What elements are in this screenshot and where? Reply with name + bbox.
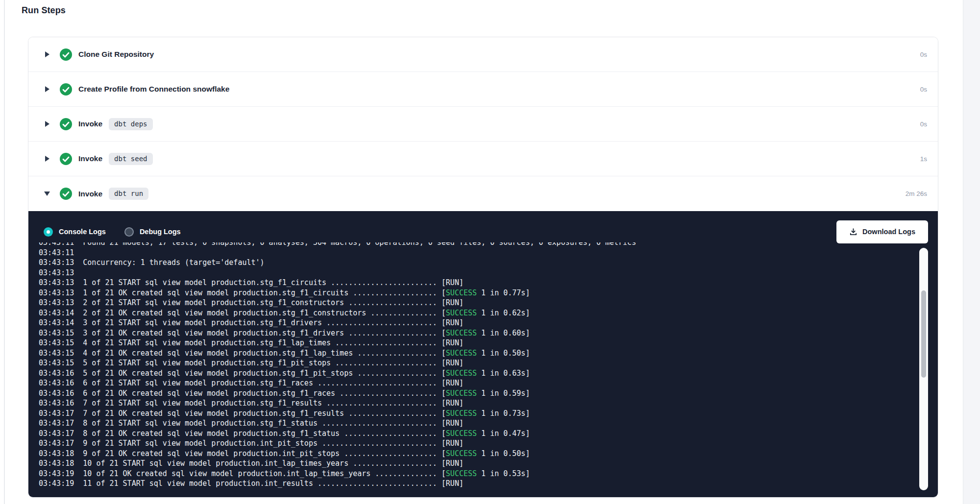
log-line: 03:43:18 10 of 21 START sql view model p… (39, 458, 864, 469)
log-timestamp: 03:43:11 (39, 248, 74, 257)
radio-console-logs-label: Console Logs (59, 228, 106, 236)
log-line: 03:43:15 4 of 21 OK created sql view mod… (39, 348, 864, 359)
radio-console-logs[interactable]: Console Logs (44, 227, 106, 237)
step-duration: 2m 26s (906, 190, 927, 197)
log-timestamp: 03:43:19 (39, 469, 74, 478)
download-icon (849, 228, 858, 236)
log-line: 03:43:11 (39, 248, 864, 258)
log-line: 03:43:16 6 of 21 OK created sql view mod… (39, 388, 864, 399)
log-timestamp: 03:43:14 (39, 309, 74, 317)
log-message: 1 of 21 START sql view model production.… (74, 278, 437, 287)
chevron-right-icon[interactable] (44, 51, 50, 57)
log-message: 6 of 21 START sql view model production.… (74, 379, 437, 387)
radio-debug-logs[interactable]: Debug Logs (124, 227, 181, 237)
success-check-icon (60, 153, 72, 165)
step-list: Clone Git Repository0sCreate Profile fro… (28, 37, 938, 211)
right-gutter (963, 0, 980, 504)
step-row-clone-git-repository[interactable]: Clone Git Repository0s (28, 37, 938, 72)
chevron-right-icon[interactable] (44, 156, 50, 162)
log-status-success: SUCCESS (446, 429, 477, 438)
log-status-success: SUCCESS (446, 329, 477, 337)
log-timestamp: 03:43:16 (39, 389, 74, 398)
log-timestamp: 03:43:11 (39, 242, 74, 247)
log-message: 5 of 21 OK created sql view model produc… (74, 369, 437, 378)
log-status-success: SUCCESS (446, 288, 477, 297)
log-line: 03:43:17 8 of 21 START sql view model pr… (39, 418, 864, 429)
log-timestamp: 03:43:16 (39, 369, 74, 378)
log-timestamp: 03:43:15 (39, 349, 74, 358)
log-line: 03:43:15 5 of 21 START sql view model pr… (39, 358, 864, 368)
radio-debug-logs-label: Debug Logs (140, 228, 181, 236)
log-line: 03:43:17 8 of 21 OK created sql view mod… (39, 429, 864, 439)
log-message: 6 of 21 OK created sql view model produc… (74, 389, 437, 398)
log-timestamp: 03:43:17 (39, 409, 74, 418)
chevron-right-icon[interactable] (44, 86, 50, 92)
log-status-run: [RUN] (437, 459, 464, 468)
log-status-run: [RUN] (437, 359, 464, 367)
success-check-icon (60, 83, 72, 96)
log-status-run: [RUN] (437, 379, 464, 387)
log-status-success: SUCCESS (446, 449, 477, 458)
log-status-run: [RUN] (437, 439, 464, 448)
log-line: 03:43:13 Concurrency: 1 threads (target=… (39, 258, 864, 268)
radio-selected-icon (44, 227, 53, 237)
step-title: Invoke (78, 190, 102, 198)
log-lines: 03:43:11 Found 21 models, 17 tests, 0 sn… (39, 242, 864, 489)
log-timestamp: 03:43:13 (39, 298, 74, 307)
console-panel: Console Logs Debug Logs Download Logs 03… (28, 211, 938, 497)
log-timestamp: 03:43:18 (39, 459, 74, 468)
log-timestamp: 03:43:13 (39, 258, 74, 267)
log-line: 03:43:11 Found 21 models, 17 tests, 0 sn… (39, 242, 864, 248)
log-scrollbar-track[interactable] (919, 248, 928, 490)
log-line: 03:43:17 7 of 21 OK created sql view mod… (39, 408, 864, 419)
log-line: 03:43:16 7 of 21 START sql view model pr… (39, 398, 864, 408)
log-status-run: [RUN] (437, 399, 464, 408)
log-status-run: [RUN] (437, 338, 464, 347)
log-message: 11 of 21 START sql view model production… (74, 479, 437, 488)
log-line: 03:43:17 9 of 21 START sql view model pr… (39, 438, 864, 449)
log-message: 2 of 21 OK created sql view model produc… (74, 309, 437, 317)
success-check-icon (60, 188, 72, 200)
log-message: 8 of 21 START sql view model production.… (74, 419, 437, 428)
success-check-icon (60, 118, 72, 130)
log-status-success: SUCCESS (446, 369, 477, 378)
log-timestamp: 03:43:15 (39, 329, 74, 337)
log-status-run: [RUN] (437, 278, 464, 287)
log-timestamp: 03:43:16 (39, 399, 74, 408)
log-timestamp: 03:43:19 (39, 479, 74, 488)
step-duration: 0s (920, 51, 927, 58)
step-row-invoke-dbt-run[interactable]: Invokedbt run2m 26s (28, 176, 938, 211)
radio-unselected-icon (124, 227, 134, 237)
log-status-success: SUCCESS (446, 309, 477, 317)
log-line: 03:43:13 2 of 21 START sql view model pr… (39, 298, 864, 308)
log-message: 1 of 21 OK created sql view model produc… (74, 288, 437, 297)
log-message: 8 of 21 OK created sql view model produc… (74, 429, 437, 438)
log-message: 7 of 21 OK created sql view model produc… (74, 409, 437, 418)
command-badge: dbt seed (109, 153, 152, 165)
step-row-invoke-dbt-deps[interactable]: Invokedbt deps0s (28, 107, 938, 142)
command-badge: dbt run (109, 188, 148, 200)
log-line: 03:43:13 1 of 21 OK created sql view mod… (39, 288, 864, 298)
step-row-invoke-dbt-seed[interactable]: Invokedbt seed1s (28, 142, 938, 176)
log-line: 03:43:19 10 of 21 OK created sql view mo… (39, 469, 864, 479)
step-title: Invoke (78, 120, 102, 128)
log-status-run: [RUN] (437, 318, 464, 327)
step-title: Invoke (78, 154, 102, 163)
log-message: 9 of 21 START sql view model production.… (74, 439, 437, 448)
log-scrollbar-thumb[interactable] (921, 290, 926, 378)
chevron-down-icon[interactable] (44, 192, 50, 196)
log-message: 10 of 21 OK created sql view model produ… (74, 469, 437, 478)
log-message: 10 of 21 START sql view model production… (74, 459, 437, 468)
log-message: 2 of 21 START sql view model production.… (74, 298, 437, 307)
log-message: Found 21 models, 17 tests, 0 snapshots, … (74, 242, 636, 247)
log-timestamp: 03:43:18 (39, 449, 74, 458)
log-line: 03:43:16 6 of 21 START sql view model pr… (39, 378, 864, 388)
log-line: 03:43:13 (39, 268, 864, 278)
log-line: 03:43:16 5 of 21 OK created sql view mod… (39, 368, 864, 379)
log-status-success: SUCCESS (446, 409, 477, 418)
step-row-create-profile-from-connection-snowflake[interactable]: Create Profile from Connection snowflake… (28, 72, 938, 107)
chevron-right-icon[interactable] (44, 121, 50, 127)
log-timestamp: 03:43:14 (39, 318, 74, 327)
download-logs-button[interactable]: Download Logs (836, 220, 928, 243)
log-timestamp: 03:43:15 (39, 338, 74, 347)
